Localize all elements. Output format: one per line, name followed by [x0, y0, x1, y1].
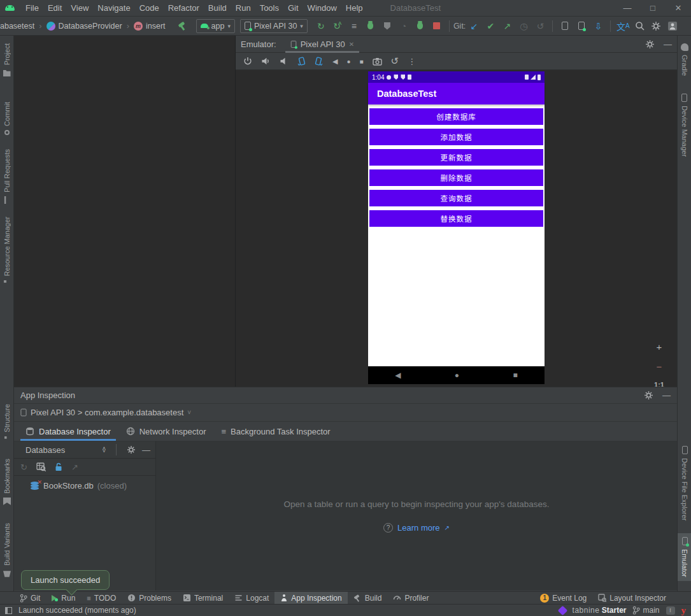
editor-area[interactable] — [14, 36, 236, 387]
window-maximize-icon[interactable]: □ — [640, 0, 666, 16]
rotate-left-button[interactable] — [297, 57, 306, 66]
debug-button[interactable] — [362, 18, 379, 34]
menu-view[interactable]: View — [66, 3, 93, 13]
git-history-button[interactable]: ◷ — [515, 18, 532, 34]
git-commit-button[interactable]: ✔ — [482, 18, 499, 34]
sidebar-item-device-file-explorer[interactable]: Device File Explorer — [678, 442, 691, 524]
profile-avatar[interactable] — [664, 18, 681, 34]
emulator-back-button[interactable]: ◀ — [332, 57, 338, 66]
toolwindow-switcher-icon[interactable] — [5, 607, 12, 614]
toolwindow-problems[interactable]: Problems — [122, 592, 177, 605]
translate-button[interactable]: 文A — [615, 18, 631, 34]
databases-gear-icon[interactable] — [127, 445, 136, 454]
apply-code-changes-button[interactable]: ≡ — [346, 18, 362, 34]
toolwindow-build[interactable]: Build — [348, 592, 388, 605]
databases-minimize-icon[interactable]: — — [142, 445, 150, 455]
screenshot-camera-button[interactable] — [373, 57, 382, 66]
rerun-button[interactable]: ↻ — [313, 18, 329, 34]
toolwindow-todo[interactable]: ≡ TODO — [81, 592, 122, 605]
emulator-tab-pixel-api-30[interactable]: Pixel API 30 ✕ — [285, 36, 360, 52]
plugin-y-icon[interactable]: y — [681, 605, 687, 616]
sidebar-item-emulator[interactable]: Emulator — [678, 533, 691, 581]
toolwindow-profiler[interactable]: Profiler — [387, 592, 434, 605]
process-selector[interactable]: Pixel API 30 > com.example.databasetest … — [14, 404, 677, 422]
run-query-icon[interactable] — [36, 462, 46, 471]
toolwindow-run[interactable]: Run — [46, 592, 81, 605]
sidebar-item-resource-manager[interactable]: Resource Manager — [0, 213, 14, 292]
avd-manager-button[interactable] — [557, 18, 573, 34]
menu-help[interactable]: Help — [341, 3, 367, 13]
breadcrumb-module[interactable]: abasetest — [0, 22, 34, 31]
git-branch-widget[interactable]: main — [632, 606, 659, 615]
window-minimize-icon[interactable]: — — [615, 0, 640, 16]
breadcrumb-class[interactable]: DatabaseProvider — [59, 22, 122, 31]
replace-data-button[interactable]: 替换数据 — [369, 210, 543, 227]
export-icon[interactable]: ↗ — [71, 462, 78, 472]
tab-background-task-inspector[interactable]: ≡ Background Task Inspector — [214, 422, 338, 441]
notifications-icon[interactable]: ! — [666, 606, 675, 615]
update-data-button[interactable]: 更新数据 — [369, 149, 543, 166]
snapshots-button[interactable]: ↺ — [391, 55, 399, 67]
database-tree-item[interactable]: ✕ BookStore.db (closed) — [14, 476, 155, 491]
search-everywhere-button[interactable] — [631, 18, 648, 34]
toolwindow-event-log[interactable]: 1 Event Log — [534, 592, 592, 605]
tab-close-icon[interactable]: ✕ — [349, 41, 354, 48]
tabnine-widget[interactable]: tabnine Starter — [573, 606, 627, 615]
menu-build[interactable]: Build — [204, 3, 231, 13]
menu-tools[interactable]: Tools — [255, 3, 283, 13]
window-close-icon[interactable]: ✕ — [666, 0, 691, 16]
phone-home-button[interactable]: ● — [455, 371, 459, 380]
delete-data-button[interactable]: 删除数据 — [369, 169, 543, 186]
keep-connections-lock-icon[interactable] — [55, 462, 62, 471]
zoom-out-button[interactable]: − — [657, 361, 662, 372]
menu-run[interactable]: Run — [231, 3, 255, 13]
sidebar-item-commit[interactable]: Commit — [0, 98, 14, 139]
profiler-button[interactable]: ◔ — [395, 18, 412, 34]
add-data-button[interactable]: 添加数据 — [369, 129, 543, 145]
sidebar-item-gradle[interactable]: Gradle — [678, 39, 691, 80]
toolwindow-app-inspection[interactable]: App Inspection — [274, 592, 347, 605]
zoom-in-button[interactable]: + — [657, 341, 662, 352]
toolwindow-logcat[interactable]: Logcat — [229, 592, 274, 605]
power-button[interactable] — [243, 57, 252, 66]
more-options-kebab-icon[interactable]: ⋮ — [408, 57, 416, 66]
inspection-minimize-icon[interactable]: — — [662, 390, 671, 400]
sidebar-item-device-manager[interactable]: Device Manager — [678, 90, 691, 161]
coverage-button[interactable] — [379, 18, 395, 34]
menu-window[interactable]: Window — [303, 3, 341, 13]
tab-database-inspector[interactable]: Database Inspector — [18, 422, 118, 441]
toolwindow-terminal[interactable]: Terminal — [177, 592, 229, 605]
refresh-icon[interactable]: ↻ — [20, 462, 27, 472]
sidebar-item-build-variants[interactable]: Build Variants — [0, 519, 14, 581]
sdk-manager-button[interactable]: ⇩ — [590, 18, 606, 34]
sidebar-item-bookmarks[interactable]: Bookmarks — [0, 455, 14, 509]
device-dropdown[interactable]: Pixel API 30 ▾ — [240, 19, 308, 33]
query-data-button[interactable]: 查询数据 — [369, 190, 543, 206]
attach-debugger-button[interactable] — [412, 18, 429, 34]
menu-edit[interactable]: Edit — [43, 3, 66, 13]
volume-up-button[interactable] — [261, 57, 270, 66]
sidebar-item-structure[interactable]: Structure — [0, 400, 14, 446]
breadcrumb-method[interactable]: insert — [146, 22, 166, 31]
collapse-all-icon[interactable]: ˄˅ — [103, 447, 106, 452]
phone-recents-button[interactable]: ■ — [513, 371, 518, 380]
menu-git[interactable]: Git — [283, 3, 303, 13]
git-push-button[interactable]: ↗ — [499, 18, 515, 34]
volume-down-button[interactable] — [279, 57, 288, 66]
create-database-button[interactable]: 创建数据库 — [369, 108, 543, 125]
settings-gear-button[interactable] — [648, 18, 664, 34]
rotate-right-button[interactable] — [315, 57, 324, 66]
run-configuration-dropdown[interactable]: app ▾ — [196, 19, 235, 33]
sidebar-item-project[interactable]: Project — [0, 39, 14, 80]
apply-changes-button[interactable]: ↻A — [329, 18, 346, 34]
emulator-settings-gear-icon[interactable] — [645, 39, 655, 49]
menu-refactor[interactable]: Refactor — [164, 3, 204, 13]
tab-network-inspector[interactable]: Network Inspector — [118, 422, 214, 441]
sidebar-item-pull-requests[interactable]: Pull Requests — [0, 145, 14, 208]
phone-back-button[interactable]: ◀ — [395, 371, 401, 380]
emulator-overview-button[interactable]: ■ — [360, 58, 364, 65]
device-manager-button[interactable] — [573, 18, 590, 34]
emulator-home-button[interactable]: ● — [346, 58, 350, 65]
inspection-settings-gear-icon[interactable] — [644, 390, 653, 400]
git-rollback-button[interactable]: ↺ — [532, 18, 548, 34]
